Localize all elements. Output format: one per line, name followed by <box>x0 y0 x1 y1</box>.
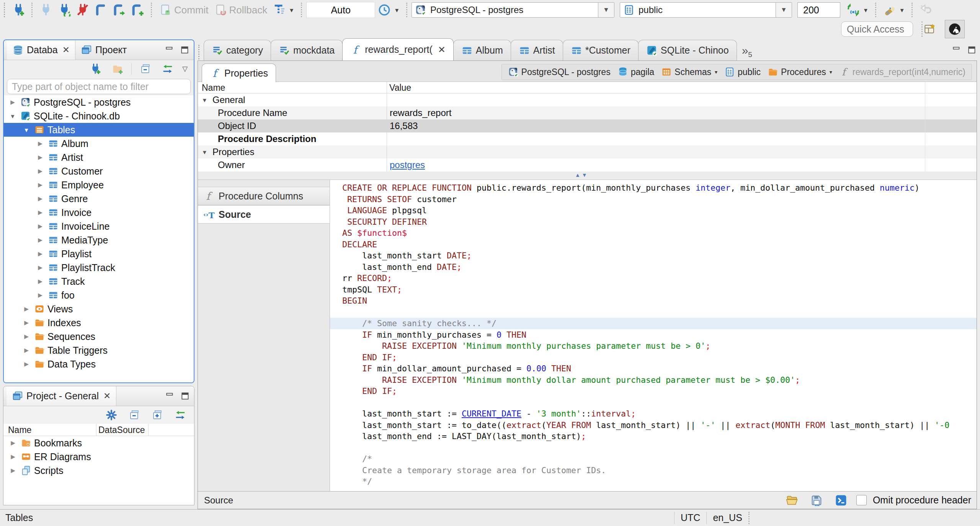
code-line[interactable]: BEGIN <box>330 295 977 307</box>
code-line[interactable]: END IF; <box>330 352 977 363</box>
project-expand-all-button[interactable] <box>149 408 166 422</box>
nav-new-folder-button[interactable] <box>109 62 126 76</box>
expand-arrow[interactable]: ▶ <box>21 361 31 368</box>
subtab-source[interactable]: ‹›TSource <box>198 205 330 224</box>
load-from-file-button[interactable] <box>783 492 801 508</box>
tree-item-track[interactable]: ▶Track <box>4 274 194 288</box>
property-row-owner[interactable]: Ownerpostgres <box>198 158 977 172</box>
transaction-log-button[interactable]: ▼ <box>375 2 402 18</box>
recent-sql-editor-button[interactable] <box>110 2 129 18</box>
expand-arrow[interactable]: ▶ <box>21 305 31 312</box>
expand-arrow[interactable]: ▶ <box>35 292 45 299</box>
tree-item-foo[interactable]: ▶foo <box>4 288 194 302</box>
code-line[interactable]: CREATE OR REPLACE FUNCTION public.reward… <box>330 182 977 194</box>
schema-combo[interactable]: public ▼ <box>620 2 792 18</box>
code-line[interactable]: Create a temporary storage area for Cust… <box>330 465 977 476</box>
collapse-all-button[interactable] <box>137 62 154 76</box>
column-header-datasource[interactable]: DataSource <box>98 425 145 435</box>
expand-arrow[interactable]: ▶ <box>35 168 45 175</box>
column-divider[interactable] <box>96 424 96 436</box>
tree-item-mediatype[interactable]: ▶MediaType <box>4 233 194 247</box>
minimize-icon[interactable] <box>952 45 962 55</box>
editor-tab-artist[interactable]: Artist <box>511 40 563 60</box>
editor-tab-rewards-report[interactable]: frewards_report(✕ <box>342 38 454 60</box>
rollback-button[interactable]: Rollback <box>211 2 270 18</box>
connection-combo-dropdown[interactable]: ▼ <box>598 3 614 17</box>
code-line[interactable]: last_month_end := LAST_DAY(last_month_st… <box>330 431 977 442</box>
editor-tab-album[interactable]: Album <box>453 40 511 60</box>
horizontal-splitter[interactable]: ▲▼ <box>198 172 977 180</box>
expand-arrow[interactable]: ▶ <box>8 439 18 446</box>
tree-item-sequences[interactable]: ▶Sequences <box>4 330 194 343</box>
project-item-scripts[interactable]: ▶Scripts <box>3 464 194 477</box>
tree-item-table-triggers[interactable]: ▶Table Triggers <box>4 343 194 357</box>
object-filter-input[interactable] <box>7 79 191 94</box>
code-line[interactable] <box>330 442 977 454</box>
subtab-procedure-columns[interactable]: fProcedure Columns <box>198 187 330 205</box>
expand-arrow[interactable]: ▶ <box>35 140 45 147</box>
new-sql-editor-button[interactable] <box>129 2 147 18</box>
breadcrumb-item-public[interactable]: public <box>722 67 763 77</box>
expand-arrow[interactable]: ▶ <box>35 264 45 271</box>
breadcrumb-item-procedures[interactable]: Procedures▾ <box>765 67 835 77</box>
new-connection-button[interactable] <box>9 2 28 18</box>
project-item-er-diagrams[interactable]: ▶ER Diagrams <box>3 450 194 464</box>
fetch-size-input[interactable]: 200 <box>797 2 840 18</box>
code-line[interactable]: */ <box>330 476 977 487</box>
project-item-bookmarks[interactable]: ▶Bookmarks <box>3 436 194 450</box>
maximize-icon[interactable] <box>967 45 977 55</box>
chevron-down-icon[interactable]: ▾ <box>715 69 717 75</box>
tree-item-playlisttrack[interactable]: ▶PlaylistTrack <box>4 261 194 274</box>
property-value-link[interactable]: postgres <box>390 160 425 170</box>
column-header-value[interactable]: Value <box>389 83 411 93</box>
code-line[interactable]: RAISE EXCEPTION 'Minimum monthly purchas… <box>330 340 977 352</box>
open-sql-editor-button[interactable] <box>92 2 110 18</box>
project-link-editor-button[interactable] <box>172 408 189 422</box>
code-line[interactable]: /* Some sanity checks... */ <box>330 318 977 329</box>
code-line[interactable]: RETURNS SETOF customer <box>330 194 977 205</box>
commit-button[interactable]: Commit <box>156 2 211 18</box>
tree-item-employee[interactable]: ▶Employee <box>4 178 194 192</box>
expand-arrow[interactable]: ▶ <box>35 195 45 202</box>
code-line[interactable]: RAISE EXCEPTION 'Minimum monthly dollar … <box>330 374 977 386</box>
code-line[interactable]: SECURITY DEFINER <box>330 216 977 228</box>
tabbar-grip[interactable] <box>198 45 201 59</box>
maximize-icon[interactable] <box>180 45 190 55</box>
expand-arrow[interactable]: ▶ <box>35 237 45 243</box>
expand-arrow[interactable]: ▶ <box>8 453 18 460</box>
save-to-file-button[interactable] <box>807 492 826 508</box>
tree-item-tables[interactable]: ▼Tables <box>4 123 194 137</box>
column-header-name[interactable]: Name <box>8 425 31 435</box>
expand-arrow[interactable]: ▶ <box>21 319 31 326</box>
tree-item-customer[interactable]: ▶Customer <box>4 164 194 178</box>
breadcrumb-item-postgresql-postgres[interactable]: PostgreSQL - postgres <box>506 67 613 77</box>
tree-item-genre[interactable]: ▶Genre <box>4 192 194 206</box>
schema-combo-dropdown[interactable]: ▼ <box>776 3 792 17</box>
project-settings-button[interactable] <box>103 408 120 422</box>
connect-button[interactable] <box>37 2 55 18</box>
tab-properties[interactable]: f Properties <box>202 64 276 82</box>
maximize-icon[interactable] <box>180 391 190 401</box>
code-line[interactable] <box>330 397 977 408</box>
open-perspective-button[interactable] <box>921 21 939 38</box>
expand-arrow[interactable]: ▶ <box>21 347 31 354</box>
property-row-procedure-description[interactable]: Procedure Description <box>198 132 977 145</box>
breadcrumb-item-rewards-report-int4-numeric[interactable]: frewards_report(int4,numeric) <box>837 67 968 77</box>
editor-tab-sqlite-chinoo[interactable]: SQLite - Chinoo <box>638 40 737 60</box>
code-line[interactable]: IF min_monthly_purchases = 0 THEN <box>330 329 977 341</box>
tree-item-indexes[interactable]: ▶Indexes <box>4 316 194 330</box>
omit-procedure-header-checkbox[interactable] <box>856 495 867 505</box>
splitter-collapse-buttons[interactable]: ▲▼ <box>575 172 589 178</box>
code-line[interactable]: last_month_start := CURRENT_DATE - '3 mo… <box>330 408 977 420</box>
expand-arrow[interactable]: ▼ <box>8 113 18 119</box>
expand-arrow[interactable]: ▶ <box>35 250 45 257</box>
link-with-editor-button[interactable] <box>159 62 176 76</box>
minimize-icon[interactable] <box>165 391 175 401</box>
property-row-object-id[interactable]: Object ID16,583 <box>198 119 977 132</box>
back-history-button[interactable] <box>917 2 935 18</box>
group-expand-arrow[interactable]: ▼ <box>202 97 209 103</box>
editor-tab-category[interactable]: category <box>204 40 271 60</box>
column-divider[interactable] <box>148 424 149 436</box>
disconnect-button[interactable] <box>74 2 92 18</box>
breadcrumb-item-schemas[interactable]: Schemas▾ <box>659 67 720 77</box>
